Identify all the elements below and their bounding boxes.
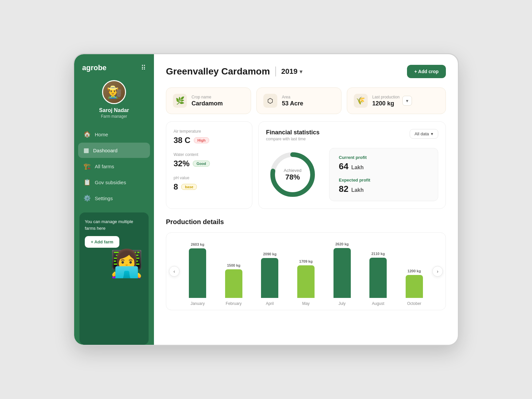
- main-header: Greenvalley Cardamom 2019 ▾ + Add crop: [166, 65, 446, 78]
- sidebar-item-home[interactable]: 🏠 Home: [78, 127, 150, 142]
- farms-icon: 🏗️: [83, 163, 91, 170]
- info-card-area-text: Area 53 Acre: [282, 95, 303, 107]
- ph-value-row-values: 8 base: [174, 182, 245, 192]
- bar-july-bar: [333, 248, 351, 298]
- middle-section: Air temperature 38 C High Water content …: [166, 121, 446, 209]
- avatar: [102, 80, 126, 104]
- sidebar-item-label-dashboard: Dashooard: [93, 148, 117, 153]
- donut-label: Achieved: [284, 168, 301, 173]
- donut-percent: 78%: [284, 173, 301, 182]
- profile-name: Saroj Nadar: [99, 107, 129, 113]
- lastprod-label: Last production: [372, 95, 400, 99]
- bar-may-label: May: [302, 301, 310, 306]
- year-selector[interactable]: 2019 ▾: [281, 67, 302, 76]
- bar-january-bar: [189, 248, 206, 298]
- financial-title: Financial statistics: [266, 129, 320, 136]
- air-temp-label: Air temperature: [174, 129, 245, 134]
- bar-january-label: January: [191, 301, 205, 306]
- sidebar-item-label-settings: Settings: [95, 196, 113, 201]
- add-crop-label: + Add crop: [414, 69, 439, 74]
- ph-value: 8: [174, 182, 178, 192]
- info-card-area: ⬡ Area 53 Acre: [256, 87, 341, 114]
- expected-profit-value-row: 82 Lakh: [339, 184, 429, 194]
- sidebar-item-allfarms[interactable]: 🏗️ All farms: [78, 159, 150, 174]
- subsidies-icon: 📋: [83, 179, 91, 186]
- add-farm-button[interactable]: + Add farm: [85, 236, 119, 248]
- chart-scroll-right-button[interactable]: ›: [432, 266, 443, 277]
- ph-value-row: pH value 8 base: [174, 176, 245, 192]
- water-content-value: 32%: [174, 159, 190, 168]
- sidebar-item-dashboard[interactable]: ▦ Dashooard: [78, 143, 150, 158]
- ph-label: pH value: [174, 176, 245, 180]
- financial-body: Achieved 78% Current profit 64 Lakh: [266, 148, 438, 201]
- bar-may: 1709 kg May: [288, 259, 324, 310]
- bar-february: 1500 kg February: [216, 263, 252, 310]
- lastprod-value: 1200 kg: [372, 100, 400, 107]
- lastprod-dropdown[interactable]: ▾: [402, 96, 412, 106]
- sidebar-logo: agrobe ⠿: [74, 64, 154, 80]
- bar-january-kg: 2603 kg: [191, 242, 204, 246]
- expected-profit-value: 82: [339, 184, 348, 194]
- production-title: Production details: [166, 218, 446, 226]
- sidebar-nav: 🏠 Home ▦ Dashooard 🏗️ All farms 📋 Gov su…: [74, 127, 154, 206]
- current-profit-row: Current profit 64 Lakh: [339, 155, 429, 172]
- air-temp-value: 38 C: [174, 136, 191, 145]
- sidebar-item-govsubsidies[interactable]: 📋 Gov subsidies: [78, 175, 150, 190]
- main-content: Greenvalley Cardamom 2019 ▾ + Add crop 🌿…: [154, 54, 458, 345]
- donut-center: Achieved 78%: [284, 168, 301, 182]
- sidebar-item-label-home: Home: [95, 132, 108, 137]
- bar-may-kg: 1709 kg: [299, 259, 313, 263]
- year-chevron-icon: ▾: [300, 68, 302, 75]
- bar-october-label: October: [407, 301, 421, 306]
- info-cards-row: 🌿 Crop name Cardamom ⬡ Area 53 Acre 🌾 La…: [166, 87, 446, 114]
- current-profit-label: Current profit: [339, 155, 429, 160]
- financial-title-group: Financial statistics compare with last t…: [266, 129, 320, 141]
- expected-profit-row: Expected profit 82 Lakh: [339, 178, 429, 194]
- sidebar: agrobe ⠿ Saroj Nadar Farm manager 🏠 Home…: [74, 54, 154, 345]
- crop-icon: 🌿: [173, 94, 187, 108]
- bar-october: 1200 kg October: [396, 269, 432, 310]
- bar-july-wrapper: [332, 248, 352, 298]
- water-content-row: Water content 32% Good: [174, 152, 245, 168]
- all-data-chevron-icon: ▾: [431, 131, 433, 136]
- bar-august-bar: [369, 258, 387, 298]
- app-container: agrobe ⠿ Saroj Nadar Farm manager 🏠 Home…: [73, 53, 459, 346]
- water-content-label: Water content: [174, 152, 245, 157]
- bar-october-wrapper: [404, 275, 424, 298]
- ph-badge: base: [181, 184, 197, 190]
- grid-icon[interactable]: ⠿: [141, 64, 146, 72]
- sidebar-item-label-govsubsidies: Gov subsidies: [95, 180, 126, 185]
- sidebar-item-label-allfarms: All farms: [95, 164, 114, 169]
- bar-may-wrapper: [296, 265, 316, 298]
- add-crop-button[interactable]: + Add crop: [407, 65, 446, 78]
- info-card-crop-text: Crop name Cardamom: [192, 95, 223, 107]
- current-profit-unit: Lakh: [351, 165, 363, 170]
- expected-profit-label: Expected profit: [339, 178, 429, 183]
- bar-october-kg: 1200 kg: [408, 269, 421, 273]
- promo-illustration: 👩‍💻: [85, 250, 143, 277]
- info-card-crop: 🌿 Crop name Cardamom: [166, 87, 251, 114]
- lastprod-icon: 🌾: [354, 94, 368, 108]
- air-temp-row: Air temperature 38 C High: [174, 129, 245, 145]
- info-card-lastprod: 🌾 Last production 1200 kg ▾: [347, 87, 446, 114]
- sidebar-item-settings[interactable]: ⚙️ Settings: [78, 191, 150, 206]
- bar-october-bar: [406, 275, 423, 298]
- bar-april-wrapper: [260, 258, 280, 298]
- bar-april-kg: 2090 kg: [263, 252, 276, 256]
- year-value: 2019: [281, 67, 298, 76]
- bar-august: 2110 kg August: [360, 252, 396, 310]
- bar-february-kg: 1500 kg: [227, 263, 240, 267]
- crop-value: Cardamom: [192, 100, 223, 107]
- bar-january: 2603 kg January: [180, 242, 216, 310]
- bar-july: 2620 kg July: [324, 242, 360, 310]
- bar-april-label: April: [266, 301, 274, 306]
- bar-january-wrapper: [188, 248, 207, 298]
- bar-april: 2090 kg April: [252, 252, 288, 310]
- add-farm-label: + Add farm: [91, 239, 113, 244]
- chart-scroll-left-button[interactable]: ‹: [169, 266, 180, 277]
- financial-subtitle: compare with last time: [266, 137, 320, 141]
- financial-card: Financial statistics compare with last t…: [258, 121, 446, 209]
- water-content-badge: Good: [193, 161, 210, 167]
- promo-text: You can manage multiple farms here: [85, 218, 143, 231]
- all-data-button[interactable]: All data ▾: [410, 129, 438, 139]
